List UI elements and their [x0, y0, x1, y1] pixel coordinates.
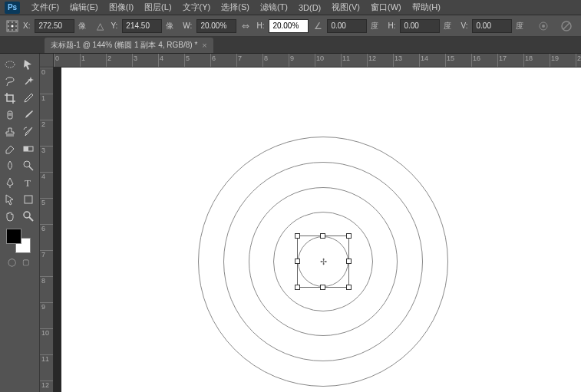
ruler-h-label: 14 — [421, 54, 428, 62]
skew-v-label: V: — [461, 21, 467, 30]
dodge-tool[interactable] — [20, 158, 37, 173]
y-unit: 像 — [166, 21, 173, 31]
marquee-tool[interactable] — [2, 57, 18, 72]
menu-filter[interactable]: 滤镜(T) — [255, 0, 293, 15]
eyedropper-tool[interactable] — [20, 91, 37, 106]
stamp-tool[interactable] — [2, 124, 18, 140]
ruler-h-label: 17 — [499, 54, 507, 62]
y-input[interactable] — [122, 19, 162, 33]
link-icon[interactable]: ⇔ — [239, 20, 252, 32]
ruler-v-label: 10 — [41, 329, 49, 337]
healing-tool[interactable] — [2, 107, 18, 123]
svg-text:T: T — [25, 177, 31, 189]
ruler-h-label: 4 — [160, 54, 163, 62]
transform-bounding-box[interactable]: ✢ — [297, 236, 349, 288]
h-input[interactable] — [269, 19, 309, 33]
menu-edit[interactable]: 编辑(E) — [64, 0, 104, 15]
ruler-h-label: 19 — [551, 54, 559, 62]
menu-layer[interactable]: 图层(L) — [139, 0, 177, 15]
menu-type[interactable]: 文字(Y) — [177, 0, 216, 15]
tools-panel: T ◯ ▢ — [0, 54, 40, 392]
document-tab[interactable]: 未标题-1 @ 144% (椭圆 1 副本 4, RGB/8) * × — [45, 38, 213, 53]
type-tool[interactable]: T — [20, 175, 37, 190]
menu-file[interactable]: 文件(F) — [26, 0, 64, 15]
main-area: T ◯ ▢ 01234567891011121314151617181920 0… — [0, 54, 581, 392]
brush-tool[interactable] — [20, 107, 37, 123]
history-brush-tool[interactable] — [20, 124, 37, 140]
ruler-vertical[interactable]: 012345678910111213 — [40, 68, 54, 392]
handle-n[interactable] — [320, 233, 325, 239]
foreground-swatch[interactable] — [6, 229, 21, 244]
triangle-icon[interactable]: △ — [94, 20, 106, 32]
document-tab-title: 未标题-1 @ 144% (椭圆 1 副本 4, RGB/8) * — [51, 40, 197, 51]
ruler-h-label: 9 — [290, 54, 294, 62]
svg-point-2 — [12, 21, 13, 23]
quickmask-icon[interactable]: ◯ — [6, 256, 17, 267]
workspace: 01234567891011121314151617181920 0123456… — [40, 54, 581, 392]
color-swatches[interactable] — [6, 229, 31, 253]
menu-select[interactable]: 选择(S) — [216, 0, 255, 15]
handle-w[interactable] — [295, 259, 300, 264]
handle-se[interactable] — [346, 285, 352, 290]
path-select-tool[interactable] — [2, 192, 18, 207]
menu-window[interactable]: 窗口(W) — [365, 0, 407, 15]
blur-tool[interactable] — [2, 158, 18, 173]
handle-s[interactable] — [320, 285, 325, 290]
lasso-tool[interactable] — [2, 74, 18, 89]
gradient-tool[interactable] — [20, 141, 37, 156]
ruler-horizontal[interactable]: 01234567891011121314151617181920 — [54, 54, 581, 68]
shape-tool[interactable] — [20, 192, 37, 207]
x-input[interactable] — [35, 19, 74, 33]
ruler-v-label: 6 — [41, 225, 45, 232]
w-input[interactable] — [196, 19, 236, 33]
ruler-v-label: 11 — [41, 355, 49, 363]
crop-tool[interactable] — [2, 91, 18, 106]
ruler-h-label: 15 — [447, 54, 454, 62]
menu-3d[interactable]: 3D(D) — [293, 2, 326, 14]
angle-input[interactable] — [327, 19, 367, 33]
skew-v-unit: 度 — [516, 21, 523, 31]
menu-bar: Ps 文件(F) 编辑(E) 图像(I) 图层(L) 文字(Y) 选择(S) 滤… — [0, 0, 581, 15]
commit-icon[interactable] — [535, 19, 552, 33]
svg-point-5 — [12, 25, 14, 27]
skew-v-input[interactable] — [472, 19, 512, 33]
svg-point-8 — [12, 29, 13, 31]
svg-point-14 — [5, 61, 15, 68]
handle-sw[interactable] — [295, 285, 300, 290]
screenmode-icon[interactable]: ▢ — [20, 256, 31, 267]
eraser-tool[interactable] — [2, 141, 18, 156]
svg-rect-24 — [25, 196, 32, 203]
svg-point-11 — [542, 25, 545, 28]
canvas[interactable]: ✢ — [61, 68, 581, 392]
move-tool[interactable] — [20, 57, 37, 72]
close-icon[interactable]: × — [202, 41, 206, 50]
svg-point-4 — [8, 25, 9, 27]
svg-point-1 — [8, 21, 9, 23]
handle-ne[interactable] — [346, 233, 352, 239]
handle-nw[interactable] — [295, 233, 300, 239]
hand-tool[interactable] — [2, 209, 18, 224]
handle-e[interactable] — [346, 259, 352, 264]
angle-icon: ∠ — [312, 20, 324, 32]
reference-point-icon[interactable] — [6, 20, 18, 32]
menu-image[interactable]: 图像(I) — [104, 0, 139, 15]
skew-h-unit: 度 — [444, 21, 451, 31]
svg-point-9 — [15, 29, 17, 31]
ruler-h-label: 20 — [577, 54, 581, 62]
ruler-h-label: 13 — [394, 54, 402, 62]
magic-wand-tool[interactable] — [20, 74, 37, 89]
svg-rect-20 — [24, 147, 28, 151]
menu-help[interactable]: 帮助(H) — [407, 0, 446, 15]
ruler-v-label: 0 — [41, 68, 45, 76]
w-label: W: — [183, 21, 192, 30]
ruler-h-label: 10 — [316, 54, 324, 62]
ruler-h-label: 2 — [107, 54, 111, 62]
pen-tool[interactable] — [2, 175, 18, 190]
menu-view[interactable]: 视图(V) — [326, 0, 365, 15]
h-label: H: — [256, 21, 264, 30]
skew-h-input[interactable] — [400, 19, 440, 33]
svg-point-7 — [8, 29, 9, 31]
cancel-icon[interactable] — [558, 19, 575, 33]
zoom-tool[interactable] — [20, 209, 37, 224]
ruler-h-label: 12 — [368, 54, 376, 62]
